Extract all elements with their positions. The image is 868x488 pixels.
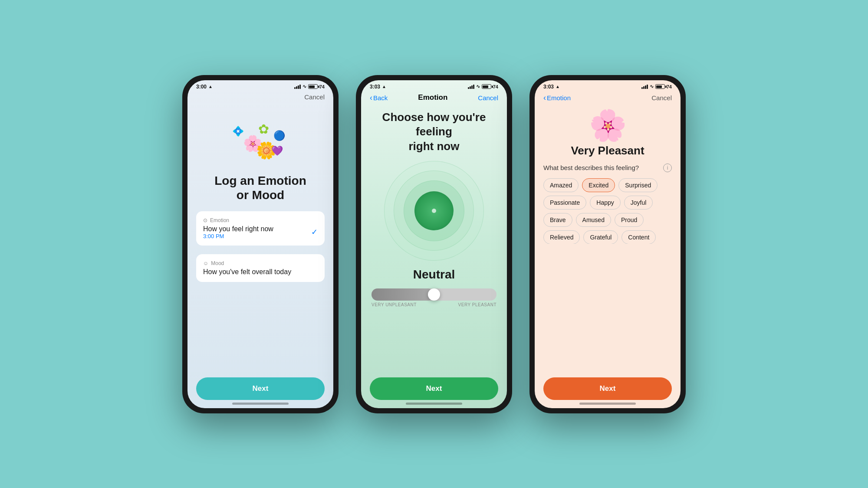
tag-joyful[interactable]: Joyful: [624, 196, 653, 210]
battery-1: [308, 84, 318, 89]
describes-row: What best describes this feeling? i: [543, 164, 672, 172]
nav-bar-3: ‹ Emotion Cancel: [535, 92, 681, 106]
next-button-3[interactable]: Next: [543, 377, 672, 400]
time-2: 3:03: [370, 84, 380, 90]
back-label-3: Emotion: [547, 94, 571, 102]
describes-label: What best describes this feeling?: [543, 164, 639, 171]
time-3: 3:03: [543, 84, 554, 90]
slider-left-label: VERY UNPLEASANT: [372, 302, 417, 307]
emotion-checkmark: ✓: [311, 227, 318, 237]
slider-fill: [372, 288, 434, 301]
battery-2: [482, 84, 491, 89]
wifi-icon-1: ∿: [302, 84, 306, 89]
cancel-button-3[interactable]: Cancel: [651, 94, 672, 102]
phone-2: 3:03 ▲ ∿ 74 ‹ Back: [356, 75, 512, 413]
home-indicator-3: [579, 403, 636, 405]
phone-1: 3:00 ▲ ∿ 74 Cancel: [182, 75, 339, 413]
back-chevron-3: ‹: [543, 93, 546, 102]
back-button-2[interactable]: ‹ Back: [370, 93, 388, 102]
emotion-time: 3:00 PM: [203, 233, 273, 239]
screen2-content: Choose how you're feeling right now Neut…: [361, 106, 507, 307]
battery-3: [655, 84, 665, 89]
tags-grid: Amazed Excited Surprised Passionate Happ…: [543, 178, 672, 244]
slider-labels: VERY UNPLEASANT VERY PLEASANT: [372, 302, 496, 307]
pleasant-title: Very Pleasant: [543, 144, 672, 157]
signal-3: [641, 85, 648, 89]
location-icon-1: ▲: [208, 84, 213, 89]
tag-amazed[interactable]: Amazed: [543, 178, 579, 192]
slider-right-label: VERY PLEASANT: [458, 302, 496, 307]
flower-green: ✿: [258, 121, 269, 137]
emotion-circle[interactable]: [384, 161, 484, 261]
nav-title-2: Emotion: [418, 93, 447, 102]
mood-label: Mood: [211, 260, 224, 266]
back-chevron-2: ‹: [370, 93, 372, 102]
location-icon-3: ▲: [556, 84, 560, 89]
flower-blue-3: 🔵: [273, 130, 285, 141]
wifi-icon-2: ∿: [476, 84, 480, 89]
phone-3-screen: 3:03 ▲ ∿ 74 ‹ Emotion: [535, 80, 681, 408]
phone-2-screen: 3:03 ▲ ∿ 74 ‹ Back: [361, 80, 507, 408]
tag-passionate[interactable]: Passionate: [543, 196, 586, 210]
status-bar-1: 3:00 ▲ ∿ 74: [187, 80, 333, 92]
slider-track[interactable]: [372, 288, 496, 301]
time-1: 3:00: [196, 84, 207, 90]
flower-purple: 💜: [271, 145, 283, 157]
tag-proud[interactable]: Proud: [615, 213, 644, 227]
location-icon-2: ▲: [382, 84, 386, 89]
mood-option[interactable]: ☺ Mood How you've felt overall today: [196, 254, 325, 282]
signal-1: [294, 85, 301, 89]
main-title-1: Log an Emotion or Mood: [214, 174, 306, 203]
circle-core: [414, 191, 454, 230]
circle-dot: [432, 209, 436, 213]
emotion-icon: ⊙: [203, 217, 207, 223]
tag-happy[interactable]: Happy: [590, 196, 620, 210]
feeling-label: Neutral: [413, 268, 455, 282]
next-button-2[interactable]: Next: [370, 377, 498, 400]
mood-icon: ☺: [203, 260, 208, 266]
info-icon[interactable]: i: [663, 164, 672, 172]
screen1-content: 🌸 ✿ 💠 🔵 🌼 💜 Log an Emotion or Mood ⊙ Emo…: [187, 104, 333, 282]
status-bar-2: 3:03 ▲ ∿ 74: [361, 80, 507, 92]
next-button-1[interactable]: Next: [196, 377, 325, 400]
back-label-2: Back: [373, 94, 388, 102]
cancel-button-1[interactable]: Cancel: [304, 93, 325, 101]
orange-flower: 🌸: [589, 110, 627, 141]
home-indicator-1: [232, 403, 289, 405]
status-bar-3: 3:03 ▲ ∿ 74: [535, 80, 681, 92]
signal-2: [468, 85, 474, 89]
nav-bar-1: Cancel: [187, 92, 333, 104]
battery-pct-3: 74: [667, 84, 672, 89]
tag-content[interactable]: Content: [621, 230, 656, 244]
mood-description: How you've felt overall today: [203, 268, 318, 276]
phone-3: 3:03 ▲ ∿ 74 ‹ Emotion: [529, 75, 686, 413]
emotion-label: Emotion: [210, 217, 229, 223]
flowers-cluster: 🌸 ✿ 💠 🔵 🌼 💜: [230, 117, 291, 165]
tag-grateful[interactable]: Grateful: [583, 230, 618, 244]
orange-flower-container: 🌸: [543, 110, 672, 141]
battery-pct-2: 74: [493, 84, 498, 89]
back-button-3[interactable]: ‹ Emotion: [543, 93, 571, 102]
screen3-content: 🌸 Very Pleasant What best describes this…: [535, 106, 681, 244]
nav-bar-2: ‹ Back Emotion Cancel: [361, 92, 507, 106]
flower-blue-2: 💠: [232, 126, 244, 137]
tag-excited[interactable]: Excited: [582, 178, 615, 192]
home-indicator-2: [406, 403, 462, 405]
tag-amused[interactable]: Amused: [576, 213, 611, 227]
choose-title: Choose how you're feeling right now: [370, 110, 498, 154]
slider-area: VERY UNPLEASANT VERY PLEASANT: [370, 288, 498, 307]
tag-brave[interactable]: Brave: [543, 213, 572, 227]
slider-thumb[interactable]: [428, 288, 440, 301]
tag-relieved[interactable]: Relieved: [543, 230, 580, 244]
battery-pct-1: 74: [319, 84, 325, 89]
tag-surprised[interactable]: Surprised: [618, 178, 658, 192]
emotion-option[interactable]: ⊙ Emotion How you feel right now 3:00 PM…: [196, 211, 325, 246]
wifi-icon-3: ∿: [650, 84, 654, 89]
phone-1-screen: 3:00 ▲ ∿ 74 Cancel: [187, 80, 333, 408]
emotion-description: How you feel right now: [203, 225, 273, 233]
cancel-button-2[interactable]: Cancel: [478, 94, 498, 102]
